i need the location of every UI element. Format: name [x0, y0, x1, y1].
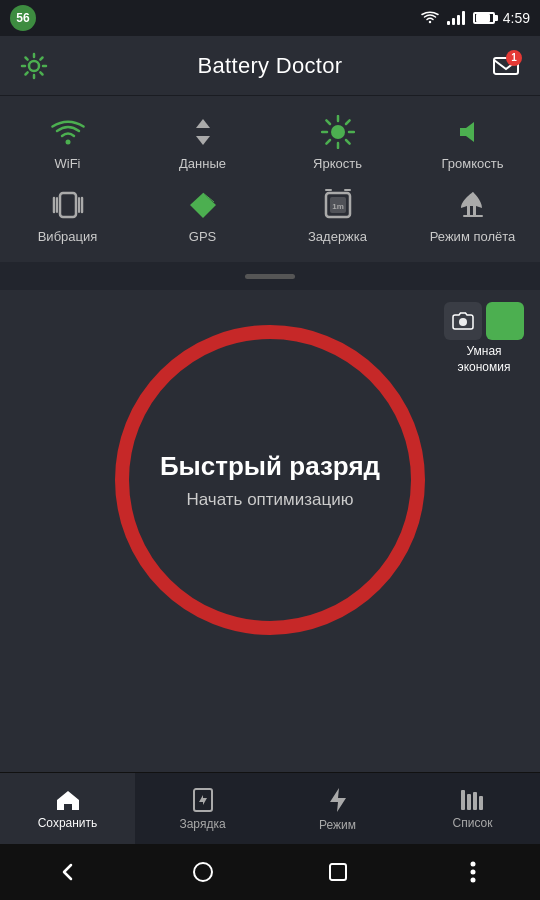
nav-save[interactable]: Сохранить [0, 773, 135, 844]
section-divider [0, 262, 540, 290]
airplane-setting[interactable]: Режим полёта [413, 187, 533, 244]
volume-icon [456, 114, 490, 150]
nav-list-label: Список [453, 816, 493, 830]
smart-economy-icons [444, 302, 524, 340]
status-bar: 56 4:59 [0, 0, 540, 36]
wifi-icon [51, 114, 85, 150]
nav-save-label: Сохранить [38, 816, 98, 830]
airplane-label: Режим полёта [430, 229, 516, 244]
notification-badge: 1 [506, 50, 522, 66]
svg-rect-27 [473, 792, 477, 810]
charge-icon [190, 787, 216, 813]
svg-line-10 [346, 120, 350, 124]
drag-handle[interactable] [245, 274, 295, 279]
data-label: Данные [179, 156, 226, 171]
svg-point-33 [470, 878, 475, 883]
brightness-icon [321, 114, 355, 150]
vibration-label: Вибрация [38, 229, 98, 244]
svg-point-23 [459, 318, 467, 326]
gps-label: GPS [189, 229, 216, 244]
volume-label: Громкость [442, 156, 504, 171]
svg-point-29 [194, 863, 212, 881]
settings-row-2: Вибрация GPS 1m Задержка [0, 179, 540, 252]
svg-rect-25 [461, 790, 465, 810]
svg-line-9 [346, 140, 350, 144]
home-icon [55, 788, 81, 812]
svg-point-3 [331, 125, 345, 139]
delay-label: Задержка [308, 229, 367, 244]
header: Battery Doctor 1 [0, 36, 540, 96]
notification-button[interactable]: 1 [488, 48, 524, 84]
nav-mode-label: Режим [319, 818, 356, 832]
brightness-label: Яркость [313, 156, 362, 171]
bolt-icon [326, 786, 350, 814]
nav-charge[interactable]: Зарядка [135, 773, 270, 844]
nav-list[interactable]: Список [405, 773, 540, 844]
airplane-icon [456, 187, 490, 223]
bars-icon [459, 788, 487, 812]
delay-setting[interactable]: 1m Задержка [278, 187, 398, 244]
brightness-setting[interactable]: Яркость [278, 114, 398, 171]
back-button[interactable] [48, 852, 88, 892]
battery-icon [473, 12, 495, 24]
smart-economy-button[interactable]: Умнаяэкономия [444, 302, 524, 375]
clock: 4:59 [503, 10, 530, 26]
svg-line-8 [326, 120, 330, 124]
gps-setting[interactable]: GPS [143, 187, 263, 244]
svg-rect-28 [479, 796, 483, 810]
svg-line-11 [326, 140, 330, 144]
svg-point-0 [29, 61, 39, 71]
nav-mode[interactable]: Режим [270, 773, 405, 844]
svg-rect-30 [330, 864, 346, 880]
settings-row-1: WiFi Данные [0, 106, 540, 179]
vibration-icon [52, 187, 84, 223]
smart-economy-label: Умнаяэкономия [458, 344, 511, 375]
bottom-nav: Сохранить Зарядка Режим Список [0, 772, 540, 844]
wifi-label: WiFi [55, 156, 81, 171]
svg-point-32 [470, 870, 475, 875]
svg-point-31 [470, 862, 475, 867]
wifi-setting[interactable]: WiFi [8, 114, 128, 171]
svg-rect-12 [60, 193, 76, 217]
nav-charge-label: Зарядка [179, 817, 225, 831]
data-setting[interactable]: Данные [143, 114, 263, 171]
status-bar-left: 56 [10, 5, 36, 31]
data-icon [188, 114, 218, 150]
menu-button[interactable] [453, 852, 493, 892]
svg-rect-26 [467, 794, 471, 810]
android-nav-bar [0, 844, 540, 900]
svg-text:1m: 1m [332, 202, 344, 211]
status-bar-right: 4:59 [421, 10, 530, 26]
circle-status-title: Быстрый разряд [160, 451, 380, 482]
quick-settings: WiFi Данные [0, 96, 540, 262]
circle-action-label: Начать оптимизацию [186, 490, 353, 510]
settings-icon[interactable] [16, 48, 52, 84]
home-button[interactable] [183, 852, 223, 892]
gps-icon [188, 187, 218, 223]
app-title: Battery Doctor [198, 53, 343, 79]
delay-icon: 1m [321, 187, 355, 223]
svg-point-2 [65, 140, 70, 145]
signal-bars [447, 11, 465, 25]
volume-setting[interactable]: Громкость [413, 114, 533, 171]
battery-level-badge: 56 [10, 5, 36, 31]
main-area: Умнаяэкономия Быстрый разряд Начать опти… [0, 290, 540, 670]
eco-green-toggle [486, 302, 524, 340]
eco-camera-icon [444, 302, 482, 340]
main-circle-button[interactable]: Быстрый разряд Начать оптимизацию [115, 325, 425, 635]
recent-button[interactable] [318, 852, 358, 892]
vibration-setting[interactable]: Вибрация [8, 187, 128, 244]
wifi-status-icon [421, 11, 439, 25]
